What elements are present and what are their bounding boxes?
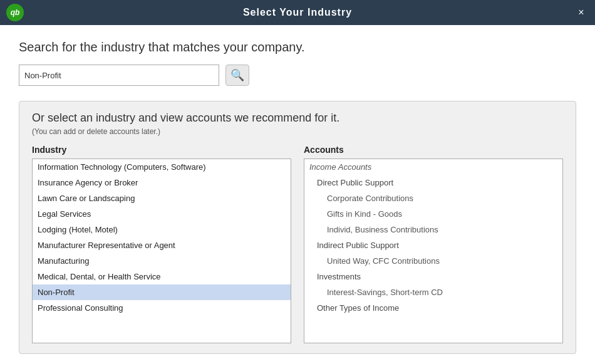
industry-column-header: Industry	[32, 145, 291, 155]
accounts-column: Accounts Income AccountsDirect Public Su…	[304, 145, 563, 343]
industry-list-item[interactable]: Lawn Care or Landscaping	[33, 190, 291, 206]
close-button[interactable]: ×	[574, 5, 589, 20]
accounts-list-item[interactable]: Individ, Business Contributions	[304, 222, 562, 237]
accounts-list-item[interactable]: Gifts in Kind - Goods	[304, 206, 562, 222]
dialog-title: Select Your Industry	[243, 7, 352, 18]
industry-column: Industry Information Technology (Compute…	[32, 145, 291, 343]
accounts-list-item[interactable]: Direct Public Support	[304, 175, 562, 190]
accounts-list-item[interactable]: Investments	[304, 269, 562, 284]
search-row: 🔍	[19, 65, 576, 86]
search-button[interactable]: 🔍	[225, 65, 249, 86]
accounts-list-item[interactable]: United Way, CFC Contributions	[304, 253, 562, 269]
accounts-list-item[interactable]: Income Accounts	[304, 159, 562, 175]
columns: Industry Information Technology (Compute…	[32, 145, 563, 343]
industry-list-item[interactable]: Non-Profit	[33, 284, 291, 300]
accounts-list-item[interactable]: Corporate Contributions	[304, 190, 562, 206]
title-bar: qb Select Your Industry ×	[0, 0, 595, 25]
search-title: Search for the industry that matches you…	[19, 40, 576, 55]
qb-logo: qb	[6, 4, 24, 21]
accounts-list[interactable]: Income AccountsDirect Public SupportCorp…	[304, 159, 563, 343]
industry-list-item[interactable]: Manufacturer Representative or Agent	[33, 237, 291, 253]
accounts-column-header: Accounts	[304, 145, 563, 155]
industry-list-item[interactable]: Manufacturing	[33, 253, 291, 269]
select-panel-title: Or select an industry and view accounts …	[32, 112, 563, 125]
select-panel: Or select an industry and view accounts …	[19, 101, 576, 354]
select-panel-subtitle: (You can add or delete accounts later.)	[32, 127, 563, 136]
industry-list-item[interactable]: Information Technology (Computers, Softw…	[33, 159, 291, 175]
industry-list[interactable]: Information Technology (Computers, Softw…	[32, 159, 291, 343]
dialog: qb Select Your Industry × Search for the…	[0, 0, 595, 364]
industry-list-item[interactable]: Professional Consulting	[33, 300, 291, 316]
industry-list-item[interactable]: Lodging (Hotel, Motel)	[33, 222, 291, 237]
accounts-list-item[interactable]: Other Types of Income	[304, 300, 562, 316]
search-input[interactable]	[19, 65, 219, 86]
search-icon: 🔍	[230, 68, 244, 82]
industry-list-item[interactable]: Legal Services	[33, 206, 291, 222]
industry-list-item[interactable]: Medical, Dental, or Health Service	[33, 269, 291, 284]
accounts-list-item[interactable]: Indirect Public Support	[304, 237, 562, 253]
qb-logo-container: qb	[6, 4, 24, 21]
accounts-list-item[interactable]: Interest-Savings, Short-term CD	[304, 284, 562, 300]
industry-list-item[interactable]: Insurance Agency or Broker	[33, 175, 291, 190]
main-content: Search for the industry that matches you…	[0, 25, 595, 364]
